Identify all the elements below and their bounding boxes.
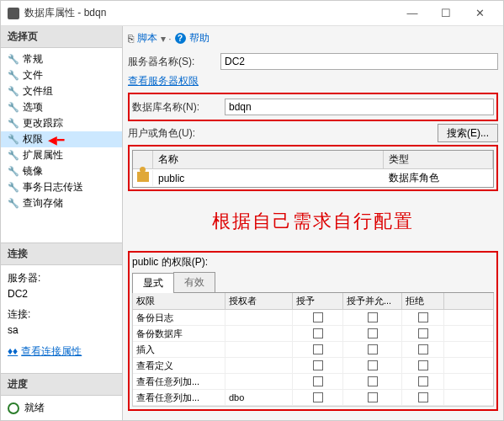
wrench-icon: 🔧: [8, 118, 19, 129]
toolbar: ⎘ 脚本 ▾ · ? 帮助: [128, 29, 498, 51]
sidebar-item-文件组[interactable]: 🔧文件组: [1, 83, 122, 99]
perm-row[interactable]: 备份数据库: [133, 326, 493, 342]
server-name-input[interactable]: [220, 53, 498, 70]
permissions-highlight: public 的权限(P): 显式 有效 权限 授权者 授予 授予并允... 拒…: [128, 251, 498, 411]
sidebar: 选择页 🔧常规🔧文件🔧文件组🔧选项🔧更改跟踪🔧权限◀━🔧扩展属性🔧镜像🔧事务日志…: [1, 26, 123, 420]
sidebar-item-更改跟踪[interactable]: 🔧更改跟踪: [1, 115, 122, 131]
withgrant-checkbox[interactable]: [368, 360, 378, 370]
deny-checkbox[interactable]: [418, 344, 428, 354]
wrench-icon: 🔧: [8, 166, 19, 177]
permissions-grid[interactable]: 权限 授权者 授予 授予并允... 拒绝 备份日志备份数据库插入查看定义查看任意…: [132, 293, 494, 407]
grant-checkbox[interactable]: [313, 360, 323, 370]
deny-checkbox[interactable]: [418, 312, 428, 322]
search-button[interactable]: 搜索(E)...: [438, 124, 498, 142]
grant-checkbox[interactable]: [313, 312, 323, 322]
grant-checkbox[interactable]: [313, 344, 323, 354]
sidebar-item-常规[interactable]: 🔧常规: [1, 51, 122, 67]
wrench-icon: 🔧: [8, 182, 19, 193]
perm-row[interactable]: 查看定义: [133, 358, 493, 374]
progress-block: 就绪: [1, 396, 122, 420]
col-name: 名称: [153, 151, 384, 168]
grant-checkbox[interactable]: [313, 392, 323, 402]
sidebar-item-事务日志传送[interactable]: 🔧事务日志传送: [1, 179, 122, 195]
perm-row[interactable]: 备份日志: [133, 310, 493, 326]
database-icon: [8, 8, 19, 19]
sidebar-item-镜像[interactable]: 🔧镜像: [1, 163, 122, 179]
connection-info: 服务器: DC2 连接: sa ♦♦查看连接属性: [1, 265, 122, 365]
role-icon: [137, 172, 149, 182]
wrench-icon: 🔧: [8, 198, 19, 209]
withgrant-checkbox[interactable]: [368, 376, 378, 386]
withgrant-checkbox[interactable]: [368, 312, 378, 322]
server-label: 服务器:: [8, 270, 115, 286]
perm-row[interactable]: 查看任意列加...dbo: [133, 390, 493, 406]
view-connection-properties-link[interactable]: ♦♦查看连接属性: [8, 344, 115, 360]
grant-checkbox[interactable]: [313, 328, 323, 338]
sidebar-item-扩展属性[interactable]: 🔧扩展属性: [1, 147, 122, 163]
server-name-label: 服务器名称(S):: [128, 55, 220, 69]
withgrant-checkbox[interactable]: [368, 328, 378, 338]
deny-checkbox[interactable]: [418, 392, 428, 402]
connection-header: 连接: [1, 242, 122, 265]
withgrant-checkbox[interactable]: [368, 392, 378, 402]
col-type: 类型: [384, 151, 493, 168]
select-page-header: 选择页: [1, 26, 122, 48]
minimize-button[interactable]: —: [395, 2, 429, 25]
row-name: public: [153, 171, 384, 186]
user-role-grid[interactable]: 名称 类型 public 数据库角色: [132, 150, 494, 188]
help-link[interactable]: 帮助: [189, 31, 210, 45]
help-icon: ?: [175, 33, 186, 44]
sidebar-item-文件[interactable]: 🔧文件: [1, 67, 122, 83]
wrench-icon: 🔧: [8, 70, 19, 81]
wrench-icon: 🔧: [8, 102, 19, 113]
deny-checkbox[interactable]: [418, 360, 428, 370]
script-link[interactable]: 脚本: [137, 31, 157, 45]
sidebar-item-选项[interactable]: 🔧选项: [1, 99, 122, 115]
maximize-button[interactable]: ☐: [429, 2, 463, 25]
page-tree: 🔧常规🔧文件🔧文件组🔧选项🔧更改跟踪🔧权限◀━🔧扩展属性🔧镜像🔧事务日志传送🔧查…: [1, 48, 122, 215]
col-grant: 授予: [293, 293, 343, 309]
sidebar-item-权限[interactable]: 🔧权限◀━: [1, 131, 122, 147]
progress-status: 就绪: [24, 401, 45, 415]
wrench-icon: 🔧: [8, 86, 19, 97]
col-permission: 权限: [133, 293, 225, 309]
close-button[interactable]: ✕: [463, 2, 496, 25]
db-name-label: 数据库名称(N):: [132, 100, 225, 115]
deny-checkbox[interactable]: [418, 328, 428, 338]
content-area: ⎘ 脚本 ▾ · ? 帮助 服务器名称(S): 查看服务器权限 数据库名称(N)…: [123, 26, 503, 420]
server-value: DC2: [8, 286, 115, 302]
view-server-permissions-link[interactable]: 查看服务器权限: [128, 74, 199, 88]
script-icon: ⎘: [128, 33, 134, 45]
wrench-icon: 🔧: [8, 134, 19, 145]
perm-row[interactable]: 插入: [133, 342, 493, 358]
deny-checkbox[interactable]: [418, 376, 428, 386]
annotation-text: 根据自己需求自行配置: [128, 194, 498, 249]
user-role-label: 用户或角色(U):: [128, 126, 220, 141]
col-grantor: 授权者: [225, 293, 293, 309]
titlebar: 数据库属性 - bdqn — ☐ ✕: [1, 1, 503, 26]
col-deny: 拒绝: [402, 293, 444, 309]
user-role-grid-highlight: 名称 类型 public 数据库角色: [128, 145, 498, 191]
sidebar-item-查询存储[interactable]: 🔧查询存储: [1, 195, 122, 211]
wrench-icon: 🔧: [8, 54, 19, 65]
permissions-title: public 的权限(P):: [132, 255, 494, 269]
perm-row[interactable]: 查看任意列加...: [133, 374, 493, 390]
db-name-input[interactable]: [225, 99, 494, 115]
row-type: 数据库角色: [384, 169, 493, 187]
arrow-annotation: ◀━: [48, 133, 64, 147]
window-title: 数据库属性 - bdqn: [24, 6, 395, 20]
grid-row-public[interactable]: public 数据库角色: [133, 169, 493, 187]
wrench-icon: 🔧: [8, 150, 19, 161]
withgrant-checkbox[interactable]: [368, 344, 378, 354]
grant-checkbox[interactable]: [313, 376, 323, 386]
db-name-highlight: 数据库名称(N):: [128, 93, 498, 121]
conn-label: 连接:: [8, 306, 115, 322]
col-withgrant: 授予并允...: [343, 293, 402, 309]
tab-effective[interactable]: 有效: [173, 272, 215, 292]
tab-explicit[interactable]: 显式: [132, 273, 174, 293]
permission-tabs: 显式 有效: [132, 272, 494, 293]
progress-icon: [8, 402, 19, 414]
progress-header: 进度: [1, 373, 122, 396]
conn-value: sa: [8, 322, 115, 338]
